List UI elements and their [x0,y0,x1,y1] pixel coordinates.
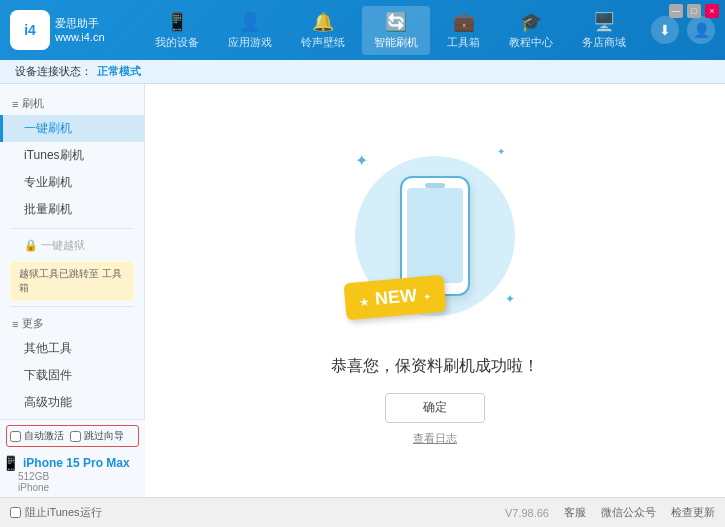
status-bar: 设备连接状态： 正常模式 [0,60,725,84]
nav-my-device[interactable]: 📱 我的设备 [143,6,211,55]
logo-icon: i4 [10,10,50,50]
footer: 阻止iTunes运行 V7.98.66 客服 微信公众号 检查更新 [0,497,725,527]
maximize-button[interactable]: □ [687,4,701,18]
device-type: iPhone [2,482,143,493]
main-layout: ≡ 刷机 一键刷机 iTunes刷机 专业刷机 批量刷机 🔒 一键越狱 越狱工具… [0,84,725,497]
my-device-icon: 📱 [166,11,188,33]
phone-notch [425,183,445,188]
smart-flash-icon: 🔄 [385,11,407,33]
device-storage: 512GB [2,471,143,482]
toolbox-icon: 💼 [453,11,475,33]
sparkle-icon-1: ✦ [355,151,368,170]
footer-left: 阻止iTunes运行 [10,505,102,520]
time-guide-input[interactable] [70,431,81,442]
more-section-icon: ≡ [12,318,18,330]
download-button[interactable]: ⬇ [651,16,679,44]
content-area: ✦ ✦ ✦ NEW 恭喜您，保资料刷机成功啦！ 确定 查看日志 [145,84,725,497]
device-name: iPhone 15 Pro Max [23,456,130,470]
flash-section-icon: ≡ [12,98,18,110]
sidebar-item-pro-flash[interactable]: 专业刷机 [0,169,144,196]
nav-smart-flash[interactable]: 🔄 智能刷机 [362,6,430,55]
minimize-button[interactable]: — [669,4,683,18]
status-mode: 正常模式 [97,64,141,79]
footer-link-service[interactable]: 客服 [564,505,586,520]
version-label: V7.98.66 [505,507,549,519]
logo-text: 爱思助手 www.i4.cn [55,16,105,45]
sidebar-item-one-key-flash[interactable]: 一键刷机 [0,115,144,142]
nav-toolbox[interactable]: 💼 工具箱 [435,6,492,55]
confirm-button[interactable]: 确定 [385,393,485,423]
itunes-block-label: 阻止iTunes运行 [25,505,102,520]
lock-icon: 🔒 [24,239,38,252]
phone-screen [407,188,463,283]
jailbreak-notice: 越狱工具已跳转至 工具箱 [10,261,134,301]
itunes-block-checkbox[interactable] [10,507,21,518]
footer-right: V7.98.66 客服 微信公众号 检查更新 [505,505,715,520]
nav-ringtones[interactable]: 🔔 铃声壁纸 [289,6,357,55]
sidebar-item-other-tools[interactable]: 其他工具 [0,335,144,362]
sidebar-item-advanced[interactable]: 高级功能 [0,389,144,416]
log-link[interactable]: 查看日志 [413,431,457,446]
sidebar-item-itunes-flash[interactable]: iTunes刷机 [0,142,144,169]
auto-activate-checkbox[interactable]: 自动激活 [10,429,64,443]
app-header: i4 爱思助手 www.i4.cn 📱 我的设备 👤 应用游戏 🔔 铃声壁纸 🔄… [0,0,725,60]
nav-tabs: 📱 我的设备 👤 应用游戏 🔔 铃声壁纸 🔄 智能刷机 💼 工具箱 🎓 教程中心… [130,6,651,55]
sidebar-section-flash: ≡ 刷机 [0,92,144,115]
time-guide-checkbox[interactable]: 跳过向导 [70,429,124,443]
device-panel: 自动激活 跳过向导 📱 iPhone 15 Pro Max 512GB iPho… [0,419,145,497]
sidebar-section-more: ≡ 更多 [0,312,144,335]
phone-illustration: ✦ ✦ ✦ NEW [335,136,535,336]
app-games-icon: 👤 [239,11,261,33]
sparkle-icon-2: ✦ [497,146,505,157]
auto-activate-row: 自动激活 跳过向导 [6,425,139,447]
sidebar-item-download-firmware[interactable]: 下载固件 [0,362,144,389]
sidebar-divider-2 [10,306,134,307]
nav-service[interactable]: 🖥️ 务店商域 [570,6,638,55]
service-icon: 🖥️ [593,11,615,33]
nav-app-games[interactable]: 👤 应用游戏 [216,6,284,55]
success-message: 恭喜您，保资料刷机成功啦！ [331,356,539,377]
sidebar-divider-1 [10,228,134,229]
close-button[interactable]: × [705,4,719,18]
device-info: 📱 iPhone 15 Pro Max 512GB iPhone [0,451,145,497]
user-button[interactable]: 👤 [687,16,715,44]
nav-tutorial[interactable]: 🎓 教程中心 [497,6,565,55]
tutorial-icon: 🎓 [520,11,542,33]
footer-link-update[interactable]: 检查更新 [671,505,715,520]
device-phone-icon: 📱 [2,455,19,471]
ringtones-icon: 🔔 [312,11,334,33]
sidebar: ≡ 刷机 一键刷机 iTunes刷机 专业刷机 批量刷机 🔒 一键越狱 越狱工具… [0,84,145,497]
device-name-row: 📱 iPhone 15 Pro Max [2,455,143,471]
header-actions: ⬇ 👤 [651,16,715,44]
logo-area: i4 爱思助手 www.i4.cn [10,10,130,50]
auto-activate-input[interactable] [10,431,21,442]
sidebar-item-batch-flash[interactable]: 批量刷机 [0,196,144,223]
sparkle-icon-3: ✦ [505,292,515,306]
sidebar-section-jailbreak: 🔒 一键越狱 [0,234,144,257]
footer-link-wechat[interactable]: 微信公众号 [601,505,656,520]
